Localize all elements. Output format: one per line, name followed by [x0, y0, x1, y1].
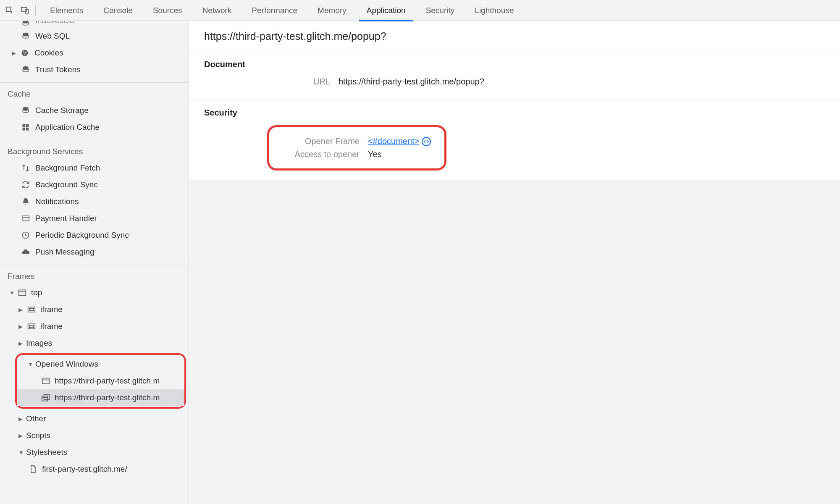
expand-arrow-icon[interactable]: ▶ [12, 50, 18, 56]
callout-security-fields: Opener Frame <#document> Access to opene… [267, 125, 446, 171]
frames-tree-window-2[interactable]: https://third-party-test.glitch.m [17, 389, 184, 406]
sidebar-item-indexeddb[interactable]: IndexedDB [0, 21, 189, 28]
frames-tree-opened-windows[interactable]: ▼ Opened Windows [17, 356, 184, 373]
expand-arrow-icon[interactable]: ▶ [18, 323, 25, 330]
svg-point-6 [23, 51, 24, 52]
sidebar-item-websql[interactable]: Web SQL [0, 28, 189, 45]
sidebar-item-trust-tokens[interactable]: Trust Tokens [0, 61, 189, 78]
label: https://third-party-test.glitch.m [55, 376, 160, 386]
kv-value-access: Yes [368, 150, 382, 159]
sidebar-item-notifications[interactable]: Notifications [0, 193, 189, 210]
svg-point-7 [25, 52, 26, 53]
expand-arrow-icon[interactable]: ▶ [18, 433, 25, 439]
tab-security[interactable]: Security [416, 0, 465, 21]
label: Cache Storage [35, 106, 89, 115]
svg-rect-12 [26, 124, 29, 127]
tab-application[interactable]: Application [357, 0, 416, 21]
svg-rect-0 [6, 7, 11, 11]
svg-rect-11 [23, 124, 26, 127]
inspect-icon[interactable] [3, 4, 16, 17]
expand-arrow-icon[interactable]: ▶ [18, 416, 25, 422]
tab-sources[interactable]: Sources [143, 0, 192, 21]
opener-frame-link[interactable]: <#document> [368, 136, 419, 146]
label: Scripts [26, 431, 50, 440]
window-icon [17, 288, 28, 297]
svg-rect-18 [19, 290, 26, 295]
label: Background Sync [35, 180, 98, 189]
frames-tree-window-1[interactable]: https://third-party-test.glitch.m [17, 373, 184, 389]
cookie-icon [19, 47, 30, 58]
device-toggle-icon[interactable] [18, 4, 31, 17]
label: iframe [40, 305, 63, 314]
label: top [31, 288, 42, 297]
svg-rect-21 [29, 309, 34, 311]
svg-rect-22 [28, 324, 35, 329]
frames-tree-stylesheet-file[interactable]: first-party-test.glitch.me/ [0, 461, 189, 478]
tab-elements[interactable]: Elements [40, 0, 93, 21]
sidebar-item-cookies[interactable]: ▶ Cookies [0, 45, 189, 61]
sidebar-item-bg-sync[interactable]: Background Sync [0, 176, 189, 193]
reveal-in-elements-icon[interactable] [422, 137, 431, 146]
frames-tree-iframe-2[interactable]: ▶ iframe [0, 318, 189, 335]
frames-tree-images[interactable]: ▶ Images [0, 335, 189, 352]
frames-tree-other[interactable]: ▶ Other [0, 410, 189, 427]
frames-tree-iframe-1[interactable]: ▶ iframe [0, 301, 189, 318]
sidebar-item-bg-fetch[interactable]: Background Fetch [0, 160, 189, 176]
expand-arrow-icon[interactable]: ▶ [18, 340, 25, 346]
tab-memory[interactable]: Memory [307, 0, 357, 21]
transfer-icon [20, 163, 31, 173]
label: Other [26, 414, 46, 423]
kv-label-url: URL [267, 77, 339, 87]
collapse-arrow-icon[interactable]: ▼ [9, 290, 16, 296]
label: IndexedDB [35, 21, 75, 25]
svg-point-5 [22, 50, 28, 56]
database-icon [20, 31, 31, 42]
frames-tree-scripts[interactable]: ▶ Scripts [0, 427, 189, 444]
detail-title: https://third-party-test.glitch.me/popup… [189, 21, 840, 52]
tab-lighthouse[interactable]: Lighthouse [465, 0, 524, 21]
svg-rect-23 [29, 326, 34, 328]
svg-rect-24 [42, 378, 50, 383]
svg-point-8 [24, 53, 25, 55]
collapse-arrow-icon[interactable]: ▼ [18, 449, 25, 456]
devtools-tabbar: Elements Console Sources Network Perform… [0, 0, 840, 21]
grid-icon [20, 122, 31, 133]
callout-opened-windows: ▼ Opened Windows https://third-party-tes… [15, 353, 186, 409]
svg-rect-26 [42, 396, 48, 401]
label: first-party-test.glitch.me/ [42, 465, 127, 474]
sidebar-item-cache-storage[interactable]: Cache Storage [0, 102, 189, 119]
bell-icon [20, 196, 31, 207]
label: Trust Tokens [35, 65, 81, 74]
database-icon [20, 105, 31, 116]
windows-icon [40, 393, 51, 402]
tab-network[interactable]: Network [192, 0, 242, 21]
iframe-icon [26, 322, 37, 331]
block-heading: Security [204, 108, 825, 118]
sidebar-item-application-cache[interactable]: Application Cache [0, 119, 189, 136]
sidebar-item-push-messaging[interactable]: Push Messaging [0, 244, 189, 260]
tab-console[interactable]: Console [93, 0, 143, 21]
label: Cookies [34, 48, 63, 58]
label: Opened Windows [35, 360, 98, 369]
detail-block-security: Security Opener Frame <#document> Access… [189, 100, 840, 180]
expand-arrow-icon[interactable]: ▶ [18, 307, 25, 313]
sync-icon [20, 179, 31, 190]
database-icon [20, 64, 31, 75]
label: Stylesheets [26, 448, 67, 457]
svg-rect-14 [26, 128, 29, 131]
sidebar-section-cache: Cache [0, 83, 189, 102]
kv-label-access: Access to opener [273, 150, 368, 159]
sidebar-item-payment-handler[interactable]: Payment Handler [0, 210, 189, 227]
frames-tree-top[interactable]: ▼ top [0, 284, 189, 301]
tab-performance[interactable]: Performance [242, 0, 307, 21]
clock-icon [20, 230, 31, 241]
card-icon [20, 213, 31, 224]
label: Web SQL [35, 32, 70, 41]
label: Images [26, 339, 52, 348]
label: https://third-party-test.glitch.m [55, 393, 160, 402]
frames-tree-stylesheets[interactable]: ▼ Stylesheets [0, 444, 189, 461]
sidebar-item-periodic-sync[interactable]: Periodic Background Sync [0, 227, 189, 244]
window-icon [40, 376, 51, 386]
svg-rect-15 [22, 216, 29, 221]
collapse-arrow-icon[interactable]: ▼ [28, 361, 34, 368]
